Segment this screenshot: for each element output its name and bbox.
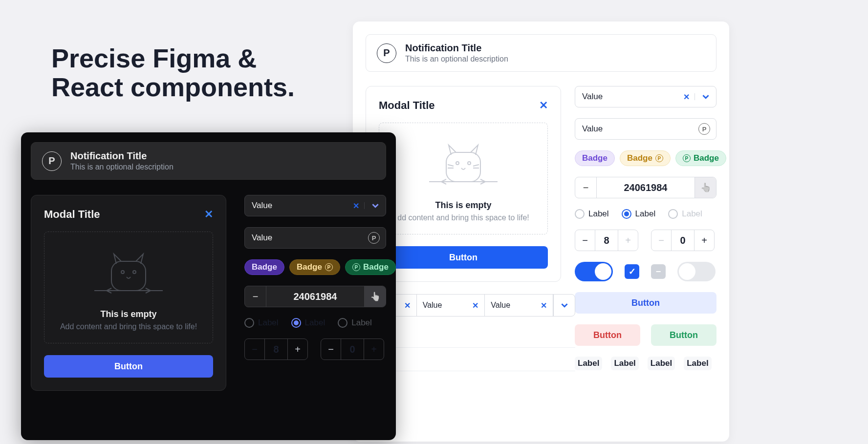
close-icon[interactable]: ✕ — [539, 99, 548, 112]
increment-button[interactable]: + — [364, 339, 384, 359]
multi-chip-3: Value✕ — [485, 295, 553, 316]
number-stepper[interactable]: − 24061984 👆 — [575, 177, 716, 198]
heading-line-1: Precise Figma & — [51, 44, 295, 73]
primary-button[interactable]: Button — [379, 246, 548, 269]
chevron-down-icon[interactable] — [553, 295, 575, 316]
clear-icon[interactable]: ✕ — [678, 92, 694, 102]
mini-stepper-a[interactable]: − 8 + — [575, 230, 638, 251]
label-pill: Label — [684, 357, 711, 370]
select-field[interactable]: Value ✕ — [575, 86, 716, 107]
increment-button[interactable]: + — [694, 230, 714, 251]
badge-amber: BadgeP — [620, 150, 671, 166]
page-heading: Precise Figma & React components. — [51, 44, 295, 102]
modal-card-dark: Modal Title ✕ This is empty Add content … — [31, 195, 226, 391]
badge-row: Badge BadgeP PBadge — [244, 259, 386, 275]
modal-title: Modal Title — [44, 208, 100, 221]
p-icon: P — [42, 151, 62, 171]
remove-icon[interactable]: ✕ — [541, 301, 547, 310]
select-value: Value — [575, 92, 678, 102]
clear-icon[interactable]: ✕ — [348, 201, 364, 211]
soft-button-green[interactable]: Button — [651, 324, 716, 346]
svg-rect-9 — [111, 261, 146, 291]
notification-card-dark: P Notification Title This is an optional… — [31, 142, 386, 180]
mini-stepper-row: − 8 + − 0 + — [244, 338, 386, 360]
decrement-button[interactable]: − — [245, 339, 264, 359]
multi-chip-2: Value✕ — [417, 295, 485, 316]
p-icon: P — [325, 263, 333, 271]
text-input[interactable]: Value P — [575, 118, 716, 140]
increment-button[interactable]: 👆 — [364, 286, 386, 307]
increment-button-disabled: + — [288, 339, 307, 359]
empty-title: This is empty — [385, 200, 542, 211]
stepper-value: 24061984 — [597, 177, 694, 198]
stepper-value: 24061984 — [266, 286, 364, 307]
soft-button-row: Button Button — [575, 324, 716, 346]
remove-icon[interactable]: ✕ — [404, 301, 411, 310]
cat-illustration — [424, 133, 502, 191]
label-row: Label Label Label Label — [575, 357, 716, 370]
increment-button-disabled: + — [618, 230, 638, 251]
remove-icon[interactable]: ✕ — [472, 301, 478, 310]
chevron-down-icon[interactable] — [364, 202, 386, 209]
notification-title: Notification Title — [405, 42, 508, 54]
mini-value-b: 0 — [341, 339, 364, 359]
radio-option-2[interactable]: Label — [291, 318, 326, 328]
badge-row: Badge BadgeP PBadge — [575, 150, 716, 166]
empty-subtitle: dd content and bring this space to life! — [385, 213, 542, 222]
badge-amber: BadgeP — [289, 259, 340, 275]
empty-subtitle: Add content and bring this space to life… — [50, 322, 207, 331]
radio-option-1[interactable]: Label — [575, 209, 609, 219]
radio-option-2[interactable]: Label — [622, 209, 656, 219]
p-suffix-icon: P — [698, 123, 710, 135]
input-value: Value — [245, 233, 368, 243]
badge-green: PBadge — [675, 150, 726, 166]
decrement-button-disabled: − — [321, 339, 341, 359]
mini-stepper-a[interactable]: − 8 + — [244, 338, 308, 360]
empty-state: This is empty Add content and bring this… — [44, 232, 213, 343]
p-icon: P — [377, 43, 396, 63]
soft-button-blue[interactable]: Button — [575, 292, 716, 314]
increment-button[interactable]: 👆 — [694, 177, 716, 198]
notification-card-light: P Notification Title This is an optional… — [366, 34, 716, 72]
svg-line-6 — [473, 165, 479, 166]
number-stepper[interactable]: − 24061984 👆 — [244, 286, 386, 307]
cursor-icon: 👆 — [370, 291, 381, 302]
chevron-down-icon[interactable] — [694, 93, 716, 100]
decrement-button[interactable]: − — [575, 177, 597, 198]
modal-title: Modal Title — [379, 99, 435, 112]
mini-value-a: 8 — [264, 339, 288, 359]
radio-option-3-disabled: Label — [338, 318, 372, 328]
notification-description: This is an optional description — [405, 55, 508, 63]
p-icon: P — [352, 263, 360, 271]
checkbox-indeterminate[interactable]: − — [651, 264, 666, 279]
svg-point-3 — [468, 162, 471, 165]
heading-line-2: React components. — [51, 73, 295, 102]
svg-point-2 — [456, 162, 459, 165]
notification-description: This is an optional description — [70, 163, 174, 171]
text-input[interactable]: Value P — [244, 227, 386, 249]
toggle-switch-off[interactable] — [677, 262, 716, 281]
svg-rect-1 — [446, 152, 480, 182]
mini-stepper-b[interactable]: − 0 + — [321, 338, 384, 360]
dark-panel: P Notification Title This is an optional… — [21, 132, 396, 440]
input-value: Value — [575, 124, 698, 134]
mini-value-a: 8 — [595, 230, 618, 251]
label-pill: Label — [648, 357, 675, 370]
primary-button[interactable]: Button — [44, 355, 213, 378]
checkbox-checked[interactable]: ✓ — [625, 264, 639, 279]
right-column-light: Value ✕ Value P Badge BadgeP PBadge − 24… — [575, 86, 716, 370]
label-pill: Label — [611, 357, 638, 370]
radio-option-1[interactable]: Label — [244, 318, 279, 328]
badge-purple: Badge — [575, 150, 615, 166]
decrement-button[interactable]: − — [245, 286, 266, 307]
close-icon[interactable]: ✕ — [204, 208, 213, 221]
right-column-dark: Value ✕ Value P Badge BadgeP PBadge − 24… — [244, 195, 386, 360]
mini-stepper-b[interactable]: − 0 + — [651, 230, 715, 251]
toggle-switch-on[interactable] — [575, 262, 613, 281]
p-icon: P — [655, 154, 663, 162]
soft-button-red[interactable]: Button — [575, 324, 640, 346]
svg-line-4 — [448, 165, 454, 166]
empty-state: This is empty dd content and bring this … — [379, 123, 548, 234]
decrement-button[interactable]: − — [575, 230, 595, 251]
select-field[interactable]: Value ✕ — [244, 195, 386, 216]
